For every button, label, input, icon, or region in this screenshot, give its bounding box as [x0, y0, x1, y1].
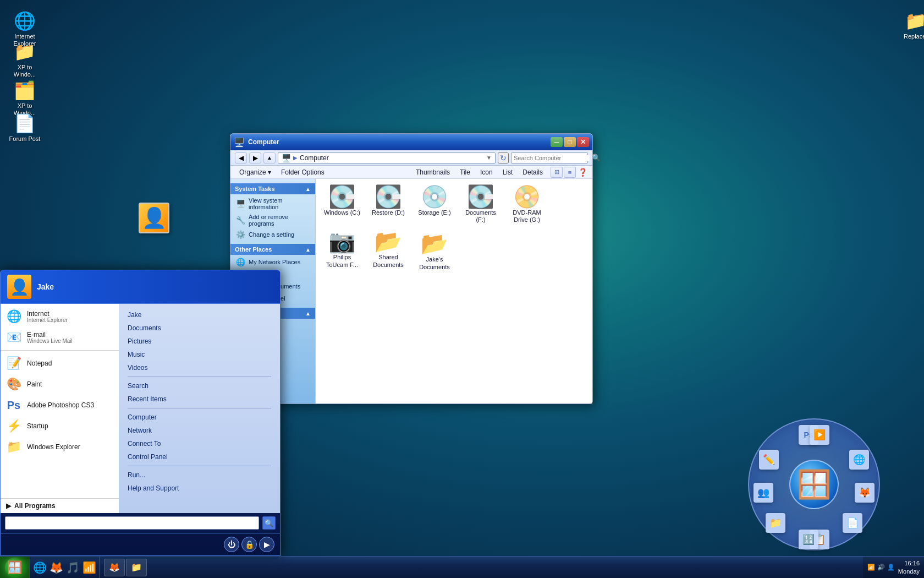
- sidebar-change-setting[interactable]: ⚙️ Change a setting: [230, 228, 315, 241]
- dock-item-folder[interactable]: 📁: [766, 513, 785, 533]
- view-btn-1[interactable]: ⊞: [551, 167, 563, 178]
- search-bar: 🔍: [511, 152, 588, 163]
- start-menu-footer: ⏻ 🔒 ▶: [1, 533, 280, 555]
- taskbar-item-firefox[interactable]: 🦊: [104, 559, 125, 576]
- dock-item-calc[interactable]: 🔢: [799, 530, 818, 549]
- right-item-recent-items[interactable]: Recent Items: [119, 392, 280, 406]
- menu-details[interactable]: Details: [518, 167, 547, 177]
- window-maximize-button[interactable]: □: [564, 137, 576, 147]
- menu-folder-options[interactable]: Folder Options: [277, 167, 329, 177]
- window-close-button[interactable]: ✕: [577, 137, 589, 147]
- start-button[interactable]: 🪟: [0, 557, 30, 579]
- right-item-connect-to[interactable]: Connect To: [119, 437, 280, 450]
- start-item-paint[interactable]: 🎨 Paint: [1, 374, 119, 395]
- file-item-documents-f[interactable]: 💽 Documents (F:): [459, 183, 503, 226]
- start-search-input[interactable]: [5, 516, 259, 530]
- email-icon: 📧: [6, 330, 21, 345]
- clock[interactable]: 16:16 Monday: [898, 559, 920, 575]
- forward-button[interactable]: ▶: [249, 152, 261, 163]
- philips-icon: 📷: [328, 230, 356, 252]
- notepad-icon: 📝: [6, 356, 21, 371]
- sidebar-my-network[interactable]: 🌐 My Network Places: [230, 256, 315, 268]
- sidebar-view-system-info[interactable]: 🖥️ View system information: [230, 195, 315, 212]
- up-button[interactable]: ▲: [263, 152, 276, 163]
- photoshop-icon: Ps: [6, 397, 21, 413]
- menu-icon[interactable]: Icon: [476, 167, 497, 177]
- switch-button[interactable]: ▶: [259, 537, 274, 552]
- start-item-windows-explorer[interactable]: 📁 Windows Explorer: [1, 437, 119, 457]
- desktop-icon-xp-windows-1[interactable]: 📁 XP to Windo...: [6, 39, 44, 80]
- menu-tile[interactable]: Tile: [455, 167, 475, 177]
- file-item-dvdram[interactable]: 📀 DVD-RAM Drive (G:): [505, 183, 549, 226]
- right-item-jake[interactable]: Jake: [119, 308, 280, 321]
- start-item-startup[interactable]: ⚡ Startup: [1, 416, 119, 437]
- dock-item-pencil[interactable]: ✏️: [759, 450, 779, 470]
- view-btn-2[interactable]: ≡: [564, 167, 576, 178]
- dvdram-icon: 📀: [513, 186, 541, 208]
- window-controls: ─ □ ✕: [551, 137, 589, 147]
- file-item-restore-d[interactable]: 💽 Restore (D:): [366, 183, 410, 226]
- start-item-email[interactable]: 📧 E-mail Windows Live Mail: [1, 327, 119, 348]
- change-setting-icon: ⚙️: [236, 230, 245, 239]
- menu-list[interactable]: List: [498, 167, 518, 177]
- ql-ie[interactable]: 🌐: [32, 560, 47, 575]
- dock-item-media[interactable]: ▶️: [810, 425, 829, 445]
- file-item-shared-docs[interactable]: 📂 Shared Documents: [366, 228, 410, 272]
- window-title-icon: 🖥️: [234, 137, 245, 148]
- desktop-icon-replacer[interactable]: 📁 Replacer: [897, 8, 924, 42]
- start-search-button[interactable]: 🔍: [262, 516, 276, 530]
- address-bar-dropdown[interactable]: ▼: [486, 155, 492, 161]
- taskbar-item-explorer[interactable]: 📁: [126, 559, 147, 576]
- start-item-photoshop[interactable]: Ps Adobe Photoshop CS3: [1, 395, 119, 416]
- dock-item-firefox[interactable]: 🦊: [855, 483, 875, 503]
- file-item-jakes-docs[interactable]: 📂 Jake's Documents: [413, 230, 457, 272]
- ql-firefox[interactable]: 🦊: [48, 560, 64, 575]
- back-button[interactable]: ◀: [235, 152, 247, 163]
- desktop-icon-forum-post[interactable]: 📄 Forum Post: [6, 110, 44, 145]
- right-item-search[interactable]: Search: [119, 379, 280, 392]
- right-item-help[interactable]: Help and Support: [119, 482, 280, 495]
- right-item-pictures[interactable]: Pictures: [119, 335, 280, 348]
- search-input[interactable]: [514, 155, 590, 161]
- system-tasks-header[interactable]: System Tasks ▲: [230, 183, 315, 194]
- dock-item-word[interactable]: 📄: [843, 513, 862, 533]
- ql-media[interactable]: 🎵: [65, 560, 80, 575]
- windows-c-icon: 💽: [328, 186, 356, 208]
- pinned-separator: [1, 350, 119, 351]
- power-button[interactable]: ⏻: [224, 537, 239, 552]
- search-icon[interactable]: 🔍: [592, 154, 601, 162]
- refresh-button[interactable]: ↻: [498, 152, 509, 163]
- right-item-computer[interactable]: Computer: [119, 411, 280, 424]
- desktop-user-avatar[interactable]: 👤: [139, 203, 169, 233]
- file-item-philips[interactable]: 📷 Philips ToUcam F...: [320, 228, 364, 272]
- dock-item-ie[interactable]: 🌐: [849, 450, 869, 470]
- file-item-windows-c[interactable]: 💽 Windows (C:): [320, 183, 364, 226]
- start-item-internet[interactable]: 🌐 Internet Internet Explorer: [1, 306, 119, 327]
- file-item-storage-e[interactable]: 💿 Storage (E:): [413, 183, 457, 226]
- right-item-network[interactable]: Network: [119, 424, 280, 437]
- help-button[interactable]: ❓: [577, 167, 588, 178]
- right-item-control-panel[interactable]: Control Panel: [119, 450, 280, 464]
- address-bar-separator: ▶: [293, 155, 298, 161]
- all-programs-item[interactable]: ▶ All Programs: [1, 499, 119, 513]
- dock-center-logo[interactable]: 🪟: [789, 460, 839, 509]
- windows-logo-icon: 🪟: [7, 560, 22, 575]
- menu-organize[interactable]: Organize ▾: [235, 167, 276, 177]
- address-bar[interactable]: 🖥️ ▶ Computer ▼: [278, 152, 496, 163]
- window-body: System Tasks ▲ 🖥️ View system informatio…: [230, 179, 592, 403]
- right-item-documents[interactable]: Documents: [119, 321, 280, 335]
- menu-thumbnails[interactable]: Thumbnails: [411, 167, 454, 177]
- right-item-videos[interactable]: Videos: [119, 361, 280, 374]
- lock-button[interactable]: 🔒: [241, 537, 257, 552]
- window-minimize-button[interactable]: ─: [551, 137, 563, 147]
- start-item-notepad[interactable]: 📝 Notepad: [1, 353, 119, 374]
- documents-f-label: Documents (F:): [461, 209, 501, 223]
- other-places-header[interactable]: Other Places ▲: [230, 244, 315, 255]
- dock-item-contacts[interactable]: 👥: [754, 483, 773, 503]
- right-item-run[interactable]: Run...: [119, 468, 280, 482]
- right-item-music[interactable]: Music: [119, 348, 280, 361]
- sidebar-add-remove[interactable]: 🔧 Add or remove programs: [230, 212, 315, 228]
- start-menu-pinned: 🌐 Internet Internet Explorer 📧 E-mail Wi…: [1, 304, 119, 499]
- start-menu: 👤 Jake 🌐 Internet Internet Explorer 📧 E-…: [0, 270, 280, 556]
- ql-network[interactable]: 📶: [81, 560, 97, 575]
